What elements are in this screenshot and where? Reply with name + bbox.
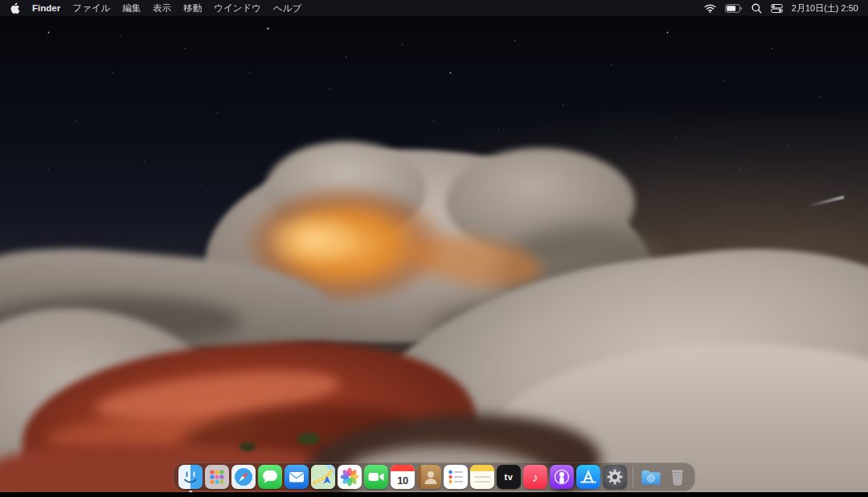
contacts-icon xyxy=(417,465,441,489)
shrub xyxy=(297,433,320,445)
dock-icon-contacts[interactable] xyxy=(417,465,441,489)
letterbox-bar xyxy=(0,492,868,497)
messages-icon xyxy=(258,465,282,489)
apple-menu[interactable] xyxy=(10,2,20,14)
dock-icon-photos[interactable] xyxy=(338,465,362,489)
dock-icon-music[interactable]: ♪ xyxy=(523,465,547,489)
reminders-icon xyxy=(444,465,468,489)
menu-go[interactable]: 移動 xyxy=(183,2,202,14)
launchpad-icon xyxy=(205,465,229,489)
menu-help[interactable]: ヘルプ xyxy=(273,2,301,14)
wallpaper xyxy=(0,0,868,497)
shrub xyxy=(240,442,256,451)
menu-bar-status: 2月10日(土) 2:50 xyxy=(704,2,858,14)
menu-edit[interactable]: 編集 xyxy=(122,2,141,14)
calendar-red-band xyxy=(391,465,415,471)
dock-icon-tv[interactable]: tv xyxy=(497,465,521,489)
photos-icon xyxy=(338,465,362,489)
dock-icon-launchpad[interactable] xyxy=(205,465,229,489)
calendar-icon: 10 xyxy=(391,465,415,489)
safari-icon xyxy=(231,465,256,489)
dock-icon-app-store[interactable] xyxy=(576,465,600,489)
podcasts-icon xyxy=(550,465,574,489)
search-icon[interactable] xyxy=(751,3,762,14)
dock-icon-safari[interactable] xyxy=(231,465,256,489)
orange-glow-hotspot xyxy=(264,211,362,269)
dock-icon-notes[interactable] xyxy=(470,465,494,489)
downloads-folder-icon xyxy=(639,465,663,489)
menu-bar: Finder ファイル 編集 表示 移動 ウインドウ ヘルプ xyxy=(0,0,868,16)
facetime-icon xyxy=(364,465,388,489)
mail-icon xyxy=(285,465,309,489)
apple-logo-icon xyxy=(10,2,20,14)
tv-icon: tv xyxy=(497,465,521,489)
dock-icon-finder[interactable] xyxy=(178,465,203,489)
calendar-day-number: 10 xyxy=(391,471,415,489)
dock-icon-system-settings[interactable] xyxy=(603,465,627,489)
menu-file[interactable]: ファイル xyxy=(72,2,110,14)
menu-window[interactable]: ウインドウ xyxy=(214,2,261,14)
wifi-icon[interactable] xyxy=(704,4,716,13)
control-center-icon[interactable] xyxy=(771,4,783,13)
system-settings-icon xyxy=(603,465,627,489)
finder-icon xyxy=(178,465,203,489)
dock-icon-facetime[interactable] xyxy=(364,465,388,489)
dock-icon-downloads-folder[interactable] xyxy=(639,465,663,489)
dock-separator xyxy=(633,466,633,488)
desktop: { "menu_bar": { "app_name": "Finder", "m… xyxy=(0,0,868,497)
active-app-name[interactable]: Finder xyxy=(32,3,60,13)
dock-icon-trash[interactable] xyxy=(665,465,690,489)
notes-icon xyxy=(470,465,494,489)
music-icon: ♪ xyxy=(523,465,547,489)
maps-icon xyxy=(311,465,335,489)
dock-icon-podcasts[interactable] xyxy=(550,465,574,489)
menu-bar-clock[interactable]: 2月10日(土) 2:50 xyxy=(792,2,858,14)
dock: 10 tv xyxy=(173,462,695,491)
menu-view[interactable]: 表示 xyxy=(153,2,171,14)
notes-body xyxy=(470,471,494,489)
dock-icon-messages[interactable] xyxy=(258,465,282,489)
app-store-icon xyxy=(576,465,600,489)
music-note-glyph: ♪ xyxy=(532,470,538,484)
trash-icon xyxy=(665,465,690,489)
dock-icon-mail[interactable] xyxy=(285,465,309,489)
dock-icon-maps[interactable] xyxy=(311,465,335,489)
menu-bar-left: Finder ファイル 編集 表示 移動 ウインドウ ヘルプ xyxy=(10,2,301,14)
dock-icon-calendar[interactable]: 10 xyxy=(391,465,415,489)
notes-yellow-band xyxy=(470,465,494,471)
dock-icon-reminders[interactable] xyxy=(444,465,468,489)
battery-icon[interactable] xyxy=(725,4,743,13)
tv-logo-text: tv xyxy=(505,472,514,482)
